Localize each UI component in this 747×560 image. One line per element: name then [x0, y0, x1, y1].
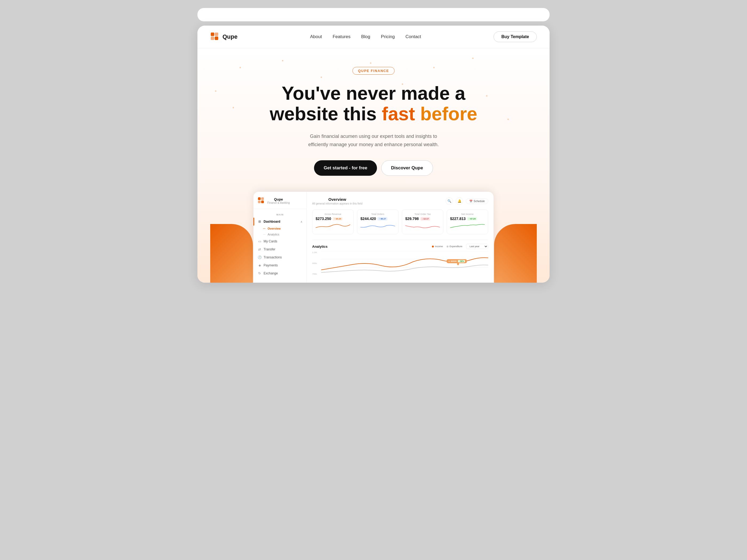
notification-button[interactable]: 🔔: [456, 197, 463, 205]
stat-badge-3: ↑ 67.24: [467, 217, 477, 220]
shape-right: [494, 224, 537, 283]
dash-logo-area: Qupe Finance & Banking: [253, 197, 307, 209]
mini-chart-2: [405, 222, 440, 230]
sidebar-item-mycards[interactable]: ▭ My Cards: [253, 237, 307, 245]
sidebar-item-transactions[interactable]: 🕐 Transactions: [253, 253, 307, 261]
stat-value-1: $244.420: [360, 216, 376, 221]
svg-rect-3: [215, 36, 218, 40]
hero-section: QUPE FINANCE You've never made a website…: [198, 48, 549, 283]
stat-value-0: $273.250: [316, 216, 331, 221]
sidebar-item-transfer[interactable]: ⇄ Transfer: [253, 245, 307, 253]
dashboard-sidebar: Qupe Finance & Banking MAIN ⊞ Dashboard …: [253, 192, 307, 283]
dash-header: Overview All general information appears…: [312, 197, 488, 205]
nav-links: About Features Blog Pricing Contact: [310, 34, 421, 39]
stat-net-income: Net Income $227.813 ↑ 67.24: [446, 209, 488, 234]
exchange-icon: ↻: [258, 271, 261, 275]
get-started-button[interactable]: Get started - for free: [314, 160, 377, 176]
logo: Qupe: [210, 32, 237, 42]
chart-tooltip-value: ● $690K ↑ 92%: [446, 259, 467, 263]
dash-subtitle: All general information appears in this …: [312, 202, 362, 205]
stat-value-2: $29.798: [405, 216, 419, 221]
sidebar-item-exchange[interactable]: ↻ Exchange: [253, 269, 307, 277]
sidebar-item-dashboard[interactable]: ⊞ Dashboard ∧: [253, 218, 307, 225]
hero-subtitle: Gain financial acumen using our expert t…: [302, 132, 445, 149]
dashboard-preview: Qupe Finance & Banking MAIN ⊞ Dashboard …: [210, 192, 537, 283]
stat-label-2: Total Order Tax: [405, 213, 440, 215]
svg-rect-4: [258, 197, 261, 200]
sidebar-section-main: MAIN: [253, 213, 307, 216]
svg-rect-0: [211, 32, 214, 36]
mini-chart-3: [450, 222, 485, 230]
svg-rect-7: [261, 201, 264, 203]
chart-y-labels: 1.2M 900k 700k: [312, 251, 317, 275]
browser-chrome: [198, 8, 549, 21]
chart-area: 1.2M 900k 700k: [312, 251, 488, 275]
logo-icon: [210, 32, 220, 42]
dash-logo-text: Qupe Finance & Banking: [267, 197, 290, 205]
calendar-icon: 📅: [469, 200, 472, 203]
period-select[interactable]: Last year Last month Last week: [466, 244, 488, 249]
stat-label-3: Net Income: [450, 213, 485, 215]
svg-point-11: [457, 263, 459, 265]
shape-left: [210, 224, 253, 283]
nav-pricing[interactable]: Pricing: [381, 34, 395, 39]
logo-text: Qupe: [223, 33, 237, 40]
schedule-button[interactable]: 📅 Schedule: [466, 198, 488, 204]
hero-title: You've never made a website this fast be…: [210, 83, 537, 124]
stat-total-tax: Total Order Tax $29.798 ↓ 12.17: [402, 209, 443, 234]
nav-contact[interactable]: Contact: [406, 34, 421, 39]
svg-rect-1: [215, 32, 218, 36]
legend-expenditure: Expenditure: [446, 245, 462, 248]
analytics-legend: Income Expenditure Last year Last month: [432, 244, 488, 249]
legend-income: Income: [432, 245, 443, 248]
sidebar-sub-overview[interactable]: — Overview: [263, 225, 307, 232]
nav-blog[interactable]: Blog: [361, 34, 370, 39]
nav-features[interactable]: Features: [333, 34, 351, 39]
search-button[interactable]: 🔍: [445, 197, 453, 205]
stat-badge-2: ↓ 12.17: [420, 217, 430, 220]
expenditure-dot: [446, 246, 448, 247]
dashboard-main: Overview All general information appears…: [307, 192, 494, 283]
nav-about[interactable]: About: [310, 34, 322, 39]
credit-card-icon: ▭: [258, 239, 261, 243]
hero-title-line2-start: website this: [270, 104, 382, 124]
stat-label-0: Gross Revenue: [316, 213, 350, 215]
svg-rect-2: [211, 36, 214, 40]
hero-title-line1: You've never made a: [282, 83, 465, 104]
buy-template-button[interactable]: Buy Template: [494, 31, 537, 42]
main-card: Qupe About Features Blog Pricing Contact…: [198, 26, 549, 283]
hero-badge: QUPE FINANCE: [353, 67, 394, 75]
dash-title-group: Overview All general information appears…: [312, 197, 362, 205]
income-dot: [432, 246, 434, 247]
clock-icon: 🕐: [258, 256, 261, 259]
hero-buttons: Get started - for free Discover Qupe: [210, 160, 537, 176]
hero-word-before: before: [415, 104, 477, 124]
mini-chart-1: [360, 222, 395, 230]
dashboard-card: Qupe Finance & Banking MAIN ⊞ Dashboard …: [253, 192, 494, 283]
transfer-icon: ⇄: [258, 247, 261, 251]
mini-chart-0: [316, 222, 350, 230]
hero-word-fast: fast: [382, 104, 415, 124]
stat-total-orders: Total Orders $244.420 ↑ 88.27: [357, 209, 398, 234]
stats-row: Gross Revenue $273.250 ↑ 64.24: [312, 209, 488, 234]
analytics-section: Analytics Income Expenditure: [312, 240, 488, 275]
analytics-title: Analytics: [312, 244, 328, 248]
grid-icon: ⊞: [258, 220, 261, 223]
dash-title: Overview: [312, 197, 362, 202]
stat-gross-revenue: Gross Revenue $273.250 ↑ 64.24: [312, 209, 354, 234]
stat-badge-0: ↑ 64.24: [333, 217, 342, 220]
chart-tooltip-badge: ↑ 92%: [458, 260, 465, 262]
sidebar-item-payments[interactable]: ◈ Payments: [253, 261, 307, 269]
dash-logo-icon: [258, 197, 265, 205]
sidebar-sub-analytics[interactable]: — Analytics: [263, 232, 307, 237]
stat-value-3: $227.813: [450, 216, 466, 221]
discover-button[interactable]: Discover Qupe: [381, 160, 433, 176]
svg-rect-5: [261, 197, 264, 200]
navbar: Qupe About Features Blog Pricing Contact…: [198, 26, 549, 48]
svg-rect-6: [258, 201, 261, 203]
tag-icon: ◈: [258, 264, 261, 267]
analytics-chart: [312, 251, 488, 275]
sidebar-sub-group: — Overview — Analytics: [253, 225, 307, 237]
dash-actions: 🔍 🔔 📅 Schedule: [445, 197, 488, 205]
chart-tooltip-dot: ●: [448, 260, 450, 262]
